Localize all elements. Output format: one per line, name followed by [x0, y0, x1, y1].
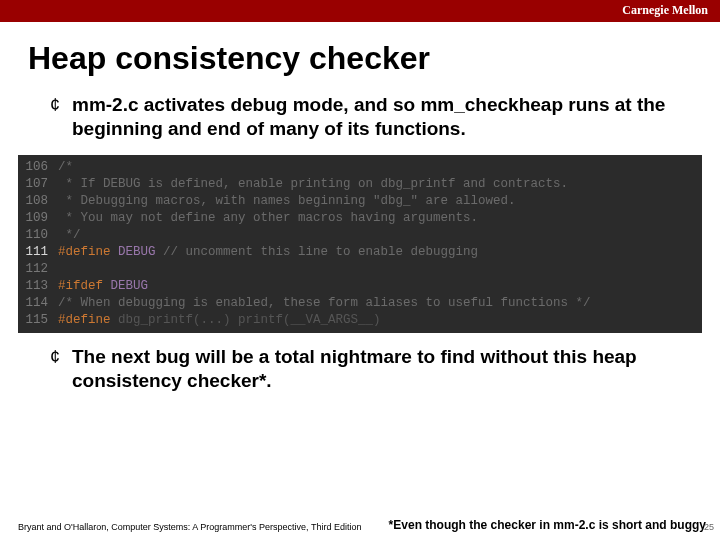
- code-text: * If DEBUG is defined, enable printing o…: [58, 176, 702, 193]
- line-number: 110: [18, 227, 58, 244]
- code-text: #define DEBUG // uncomment this line to …: [58, 244, 702, 261]
- line-number: 115: [18, 312, 58, 329]
- code-text: * You may not define any other macros ha…: [58, 210, 702, 227]
- code-line: 108 * Debugging macros, with names begin…: [18, 193, 702, 210]
- code-line: 115#define dbg_printf(...) printf(__VA_A…: [18, 312, 702, 329]
- page-title: Heap consistency checker: [28, 40, 720, 77]
- bullet-item: ¢ The next bug will be a total nightmare…: [50, 345, 680, 393]
- line-number: 106: [18, 159, 58, 176]
- footer-right: *Even though the checker in mm-2.c is sh…: [389, 518, 706, 532]
- top-bar: Carnegie Mellon: [0, 0, 720, 22]
- footer: Bryant and O'Hallaron, Computer Systems:…: [0, 518, 720, 532]
- line-number: 112: [18, 261, 58, 278]
- line-number: 114: [18, 295, 58, 312]
- line-number: 108: [18, 193, 58, 210]
- code-line: 111#define DEBUG // uncomment this line …: [18, 244, 702, 261]
- bullet-text: mm-2.c activates debug mode, and so mm_c…: [72, 93, 680, 141]
- code-text: /*: [58, 159, 702, 176]
- code-line: 110 */: [18, 227, 702, 244]
- line-number: 113: [18, 278, 58, 295]
- code-text: */: [58, 227, 702, 244]
- code-line: 109 * You may not define any other macro…: [18, 210, 702, 227]
- code-block: 106/*107 * If DEBUG is defined, enable p…: [18, 155, 702, 333]
- code-text: * Debugging macros, with names beginning…: [58, 193, 702, 210]
- code-line: 112: [18, 261, 702, 278]
- code-text: [58, 261, 702, 278]
- code-line: 106/*: [18, 159, 702, 176]
- code-line: 114/* When debugging is enabled, these f…: [18, 295, 702, 312]
- code-line: 113#ifdef DEBUG: [18, 278, 702, 295]
- bullet-list: ¢ mm-2.c activates debug mode, and so mm…: [50, 93, 680, 141]
- bullet-icon: ¢: [50, 93, 72, 141]
- brand-label: Carnegie Mellon: [622, 3, 708, 18]
- code-text: #define dbg_printf(...) printf(__VA_ARGS…: [58, 312, 702, 329]
- code-line: 107 * If DEBUG is defined, enable printi…: [18, 176, 702, 193]
- code-text: #ifdef DEBUG: [58, 278, 702, 295]
- line-number: 111: [18, 244, 58, 261]
- code-text: /* When debugging is enabled, these form…: [58, 295, 702, 312]
- page-number: 25: [704, 522, 714, 532]
- footer-left: Bryant and O'Hallaron, Computer Systems:…: [18, 522, 361, 532]
- bullet-list: ¢ The next bug will be a total nightmare…: [50, 345, 680, 393]
- line-number: 107: [18, 176, 58, 193]
- line-number: 109: [18, 210, 58, 227]
- bullet-text: The next bug will be a total nightmare t…: [72, 345, 680, 393]
- bullet-icon: ¢: [50, 345, 72, 393]
- bullet-item: ¢ mm-2.c activates debug mode, and so mm…: [50, 93, 680, 141]
